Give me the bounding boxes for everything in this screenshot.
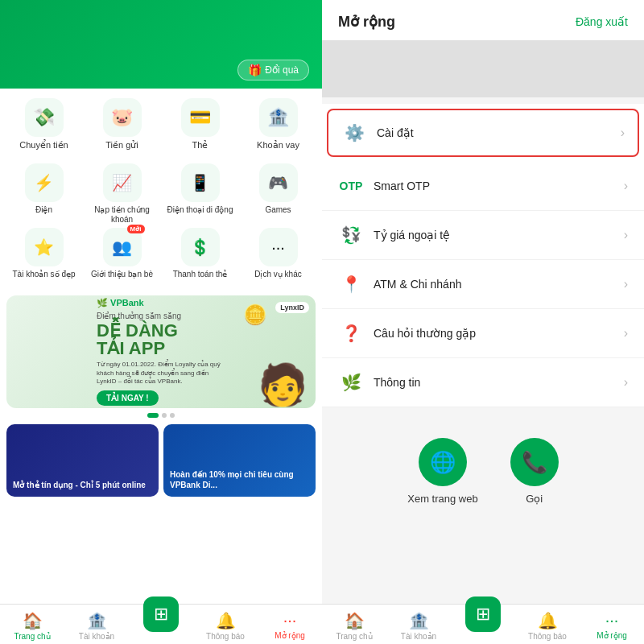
thong-tin-label: Thông tin: [374, 376, 624, 389]
nav-trang-chu[interactable]: 🏠 Trang chủ: [0, 611, 64, 641]
right-thong-bao-icon: 🔔: [538, 611, 558, 630]
service-dich-vu-khac[interactable]: ··· Dịch vụ khác: [241, 228, 316, 279]
xem-trang-web-button[interactable]: 🌐: [419, 438, 467, 486]
thanh-toan-the-icon: 💲: [181, 228, 220, 266]
sub-banner-2-text: Hoàn đến 10% mọi chi tiêu cùng VPBank Di…: [170, 469, 309, 490]
tai-khoan-so-dep-icon: ⭐: [25, 228, 64, 266]
quick-action-the[interactable]: 💳 Thẻ: [163, 98, 237, 151]
services-grid: ⚡ Điện 📈 Nạp tiền chứng khoán 📱 Điện tho…: [0, 160, 322, 286]
right-qr-icon: ⊞: [465, 597, 501, 632]
the-label: Thẻ: [192, 140, 208, 151]
gioi-thieu-label: Giới thiệu bạn bè: [91, 270, 153, 279]
right-nav-thong-bao[interactable]: 🔔 Thông báo: [515, 611, 580, 641]
right-tai-khoan-icon: 🏦: [409, 611, 429, 630]
quick-action-khoan-vay[interactable]: 🏦 Khoản vay: [241, 98, 316, 151]
menu-item-atm[interactable]: 📍 ATM & Chi nhánh ›: [322, 260, 644, 309]
dien-icon: ⚡: [25, 163, 64, 202]
nav-mo-rong[interactable]: ··· Mở rộng: [258, 611, 322, 641]
right-thong-bao-nav-label: Thông báo: [528, 632, 567, 641]
menu-item-ty-gia[interactable]: 💱 Tỷ giá ngoại tệ ›: [322, 211, 644, 260]
menu-item-thong-tin[interactable]: 🌿 Thông tin ›: [322, 358, 644, 407]
ty-gia-label: Tỷ giá ngoại tệ: [374, 229, 624, 242]
banner-subtitle: Điểm thưởng sắm sắng: [97, 312, 225, 320]
banner-content: 🌿 VPBank Điểm thưởng sắm sắng DỄ DÀNG TẢ…: [87, 295, 235, 408]
right-mo-rong-icon: ···: [605, 611, 619, 630]
service-dien[interactable]: ⚡ Điện: [6, 163, 81, 225]
nav-qr[interactable]: ⊞: [129, 611, 193, 641]
menu-item-smart-otp[interactable]: OTP Smart OTP ›: [322, 162, 644, 211]
thanh-toan-the-label: Thanh toán thẻ: [173, 270, 228, 279]
service-dien-thoai[interactable]: 📱 Điện thoại di động: [163, 163, 237, 225]
dich-vu-khac-icon: ···: [259, 228, 298, 266]
tai-khoan-nav-label: Tài khoản: [79, 632, 114, 641]
thong-tin-icon: 🌿: [338, 369, 364, 395]
quick-action-chuyen-tien[interactable]: 💸 Chuyển tiền: [6, 98, 81, 151]
xem-trang-web-wrap: 🌐 Xem trang web: [407, 438, 477, 505]
nav-thong-bao[interactable]: 🔔 Thông báo: [193, 611, 258, 641]
chuyen-tien-label: Chuyển tiền: [19, 140, 68, 151]
right-nav-tai-khoan[interactable]: 🏦 Tài khoản: [386, 611, 451, 641]
games-icon: 🎮: [259, 163, 298, 202]
sub-banner-1-text: Mở thẻ tín dụng - Chỉ 5 phút online: [13, 480, 146, 490]
tai-khoan-so-dep-label: Tài khoản số đẹp: [12, 270, 75, 279]
left-panel: 🎁 Đổi quà 💸 Chuyển tiền 🐷 Tiền gửi 💳 Thẻ…: [0, 0, 322, 644]
banner-desc: Từ ngày 01.01.2022. Điểm Loyalty của quý…: [97, 361, 225, 386]
service-gioi-thieu[interactable]: 👥 Mới Giới thiệu bạn bè: [85, 228, 159, 279]
khoan-vay-icon: 🏦: [259, 98, 298, 137]
cai-dat-icon: ⚙️: [341, 120, 367, 146]
dien-thoai-label: Điện thoại di động: [167, 205, 233, 215]
cai-dat-arrow-icon: ›: [621, 126, 625, 140]
banner-title-line2: TẢI APP: [97, 340, 225, 357]
tien-gui-label: Tiền gửi: [105, 140, 138, 151]
right-nav-mo-rong[interactable]: ··· Mở rộng: [580, 611, 644, 641]
service-thanh-toan-the[interactable]: 💲 Thanh toán thẻ: [163, 228, 237, 279]
quick-action-tien-gui[interactable]: 🐷 Tiền gửi: [85, 98, 159, 151]
trang-chu-icon: 🏠: [23, 611, 43, 630]
dien-thoai-icon: 📱: [181, 163, 220, 202]
gift-icon: 🎁: [248, 64, 262, 76]
main-banner[interactable]: 🌿 VPBank Điểm thưởng sắm sắng DỄ DÀNG TẢ…: [6, 295, 316, 408]
doi-qua-button[interactable]: 🎁 Đổi quà: [237, 60, 309, 80]
sub-banner-2[interactable]: Hoàn đến 10% mọi chi tiêu cùng VPBank Di…: [163, 424, 316, 497]
ty-gia-arrow-icon: ›: [624, 228, 628, 242]
service-games[interactable]: 🎮 Games: [241, 163, 316, 225]
quick-actions-grid: 💸 Chuyển tiền 🐷 Tiền gửi 💳 Thẻ 🏦 Khoản v…: [0, 89, 322, 160]
mo-rong-icon: ···: [283, 611, 297, 630]
sub-banner-1[interactable]: Mở thẻ tín dụng - Chỉ 5 phút online: [6, 424, 159, 497]
atm-label: ATM & Chi nhánh: [374, 278, 624, 291]
menu-item-cau-hoi[interactable]: ❓ Câu hỏi thường gặp ›: [322, 309, 644, 358]
left-header: 🎁 Đổi quà: [0, 0, 322, 89]
service-nap-tien[interactable]: 📈 Nạp tiền chứng khoán: [85, 163, 159, 225]
goi-button[interactable]: 📞: [510, 438, 559, 486]
right-tai-khoan-nav-label: Tài khoản: [401, 632, 436, 641]
tai-ngay-button[interactable]: TẢI NGAY !: [97, 390, 159, 406]
right-nav-qr[interactable]: ⊞: [451, 611, 515, 641]
xem-trang-web-label: Xem trang web: [407, 493, 477, 505]
menu-item-cai-dat[interactable]: ⚙️ Cài đặt ›: [327, 109, 639, 157]
cau-hoi-arrow-icon: ›: [624, 326, 628, 341]
tai-khoan-icon: 🏦: [87, 611, 107, 630]
ty-gia-icon: 💱: [338, 222, 364, 248]
right-trang-chu-icon: 🏠: [345, 611, 365, 630]
right-panel: Mở rộng Đăng xuất ⚙️ Cài đặt › OTP Smart…: [322, 0, 644, 644]
service-tai-khoan-so-dep[interactable]: ⭐ Tài khoản số đẹp: [6, 228, 81, 279]
banner-dots: [6, 413, 316, 418]
dang-xuat-button[interactable]: Đăng xuất: [576, 15, 628, 28]
nav-tai-khoan[interactable]: 🏦 Tài khoản: [64, 611, 129, 641]
gioi-thieu-icon: 👥 Mới: [103, 228, 142, 266]
cau-hoi-icon: ❓: [338, 320, 364, 346]
thong-bao-nav-label: Thông báo: [206, 632, 245, 641]
profile-section: [322, 41, 644, 97]
action-buttons: 🌐 Xem trang web 📞 Gọi: [322, 414, 644, 521]
right-mo-rong-nav-label: Mở rộng: [597, 631, 627, 640]
atm-arrow-icon: ›: [624, 277, 628, 291]
chuyen-tien-icon: 💸: [25, 98, 64, 137]
cau-hoi-label: Câu hỏi thường gặp: [374, 327, 624, 340]
right-nav-trang-chu[interactable]: 🏠 Trang chủ: [322, 611, 386, 641]
left-bottom-nav: 🏠 Trang chủ 🏦 Tài khoản ⊞ 🔔 Thông báo ··…: [0, 604, 322, 644]
dot-3: [170, 413, 175, 418]
nap-tien-label: Nạp tiền chứng khoán: [85, 205, 159, 225]
goi-wrap: 📞 Gọi: [510, 438, 559, 505]
smart-otp-arrow-icon: ›: [624, 179, 628, 193]
thong-bao-icon: 🔔: [216, 611, 236, 630]
